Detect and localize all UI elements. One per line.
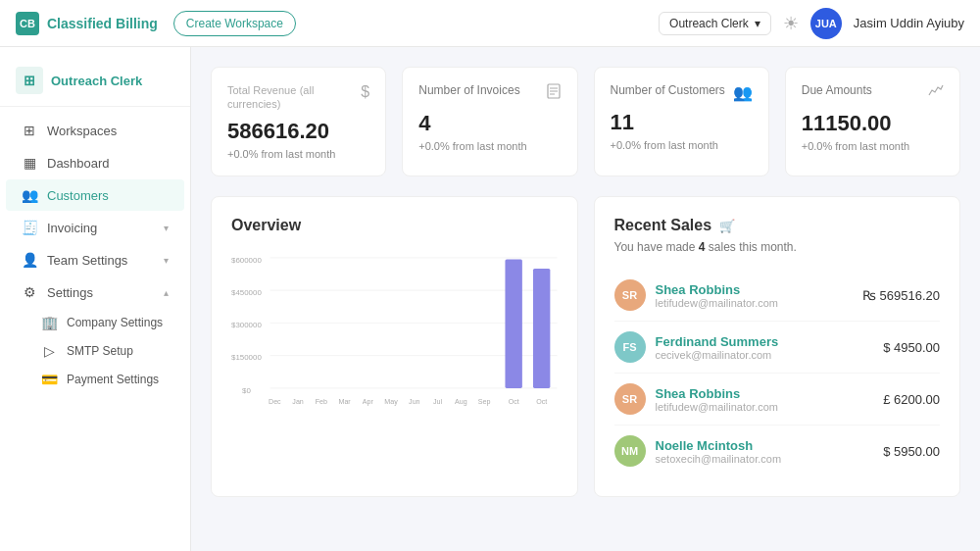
avatar: SR [614,383,646,415]
workspace-selector[interactable]: Outreach Clerk ▾ [659,12,771,35]
stat-card-invoices: Number of Invoices 4 +0.0% from last mon… [402,67,577,176]
invoices-icon [546,83,562,103]
sidebar-item-smtp-setup[interactable]: ▷ SMTP Setup [31,337,184,365]
svg-text:Jan: Jan [292,398,304,406]
workspace-icon: ⊞ [16,67,43,94]
company-settings-icon: 🏢 [41,315,57,330]
sale-name: Shea Robbins [656,386,874,401]
stat-card-value: 11 [611,110,753,135]
sale-amount: $ 4950.00 [883,340,940,355]
topnav: CB Classified Billing Create Workspace O… [0,0,980,47]
sidebar-item-customers[interactable]: 👥 Customers [6,179,184,211]
stat-card-title: Number of Customers [611,83,725,97]
svg-text:$600000: $600000 [231,256,262,265]
sale-email: setoxecih@mailinator.com [656,453,874,465]
smtp-icon: ▷ [41,343,57,359]
brand-name: Classified Billing [47,16,158,31]
sale-name: Shea Robbins [656,282,853,297]
sidebar-item-dashboard[interactable]: ▦ Dashboard [6,147,184,178]
stat-card-customers: Number of Customers 👥 11 +0.0% from last… [594,67,769,176]
svg-text:May: May [384,398,398,406]
team-settings-icon: 👤 [22,252,37,268]
workspaces-icon: ⊞ [22,123,37,138]
sidebar-item-label: Workspaces [47,124,117,138]
sidebar-item-company-settings[interactable]: 🏢 Company Settings [31,309,184,336]
dashboard-icon: ▦ [22,155,37,171]
stat-card-value: 11150.00 [802,111,944,136]
payment-icon: 💳 [41,372,57,387]
stat-card-change: +0.0% from last month [418,140,561,152]
chart-container: $600000 $450000 $300000 $150000 $0 [231,250,558,439]
sale-info: Ferdinand Summers cecivek@mailinator.com [656,334,874,361]
brand: CB Classified Billing [16,12,158,35]
chevron-right-icon: ▾ [164,255,169,266]
sidebar-item-label: Settings [47,285,93,300]
sale-item: NM Noelle Mcintosh setoxecih@mailinator.… [614,426,941,476]
brand-icon: CB [16,12,39,35]
svg-text:Aug: Aug [455,398,467,406]
workspace-selector-label: Outreach Clerk [669,17,749,30]
sale-info: Shea Robbins letifudew@mailinator.com [656,282,853,309]
sidebar-item-workspaces[interactable]: ⊞ Workspaces [6,115,184,146]
bottom-section: Overview $600000 $450000 $300000 $150000… [211,196,960,497]
sidebar-workspace-name: Outreach Clerk [51,74,142,88]
svg-text:$0: $0 [242,386,251,395]
recent-sales-subtitle: You have made 4 sales this month. [614,240,941,254]
user-name: Jasim Uddin Ayiuby [854,16,964,30]
stat-card-header: Number of Invoices [418,83,561,103]
stat-card-title: Due Amounts [802,83,872,97]
svg-text:Sep: Sep [478,398,491,406]
stat-cards: Total Revenue (all currencies) $ 586616.… [211,67,960,176]
sidebar-item-label: Team Settings [47,253,127,268]
svg-text:Apr: Apr [363,398,374,406]
customers-icon: 👥 [22,187,37,203]
sale-amount: $ 5950.00 [883,444,940,459]
sale-name: Noelle Mcintosh [656,438,874,453]
sidebar-item-label: SMTP Setup [67,344,133,358]
sale-amount: £ 6200.00 [883,392,940,407]
sale-name: Ferdinand Summers [656,334,874,349]
stat-card-title: Number of Invoices [418,83,519,97]
overview-card: Overview $600000 $450000 $300000 $150000… [211,196,578,497]
sidebar-item-invoicing[interactable]: 🧾 Invoicing ▾ [6,212,184,243]
stat-card-change: +0.0% from last month [227,148,369,160]
topnav-right: Outreach Clerk ▾ ☀ JUA Jasim Uddin Ayiub… [659,8,964,39]
chevron-up-icon: ▴ [164,287,169,298]
stat-card-due-amounts: Due Amounts 11150.00 +0.0% from last mon… [785,67,960,176]
sale-info: Shea Robbins letifudew@mailinator.com [656,386,874,413]
sale-email: letifudew@mailinator.com [656,401,874,413]
sale-amount: ₨ 569516.20 [862,288,940,303]
overview-title: Overview [231,217,558,234]
settings-submenu: 🏢 Company Settings ▷ SMTP Setup 💳 Paymen… [25,309,190,393]
theme-toggle-icon[interactable]: ☀ [783,13,799,34]
sale-info: Noelle Mcintosh setoxecih@mailinator.com [656,438,874,465]
sidebar: ⊞ Outreach Clerk ⊞ Workspaces ▦ Dashboar… [0,47,191,551]
svg-text:Oct: Oct [509,398,519,406]
sidebar-item-settings[interactable]: ⚙ Settings ▴ [6,276,184,308]
sidebar-item-label: Dashboard [47,156,110,171]
svg-text:Feb: Feb [316,398,327,406]
sidebar-item-label: Invoicing [47,221,97,235]
revenue-icon: $ [361,83,369,101]
sidebar-item-payment-settings[interactable]: 💳 Payment Settings [31,366,184,393]
stat-card-value: 4 [418,111,561,136]
stat-card-change: +0.0% from last month [802,140,944,152]
due-amounts-icon [928,83,944,103]
svg-rect-14 [505,260,521,388]
main-content: Total Revenue (all currencies) $ 586616.… [191,47,980,551]
sale-item: SR Shea Robbins letifudew@mailinator.com… [614,374,941,426]
stat-card-value: 586616.20 [227,119,369,144]
sidebar-item-label: Company Settings [67,316,163,329]
svg-text:Jun: Jun [409,398,420,406]
sale-item: SR Shea Robbins letifudew@mailinator.com… [614,270,941,322]
chevron-right-icon: ▾ [164,223,169,233]
customers-stat-icon: 👥 [733,83,753,102]
avatar: FS [614,331,646,363]
svg-text:Oct: Oct [536,398,547,406]
create-workspace-button[interactable]: Create Workspace [173,11,296,36]
sidebar-item-team-settings[interactable]: 👤 Team Settings ▾ [6,244,184,276]
avatar: SR [614,279,646,311]
settings-icon: ⚙ [22,284,37,300]
avatar: JUA [810,8,842,39]
recent-sales-card: Recent Sales 🛒 You have made 4 sales thi… [594,196,961,497]
